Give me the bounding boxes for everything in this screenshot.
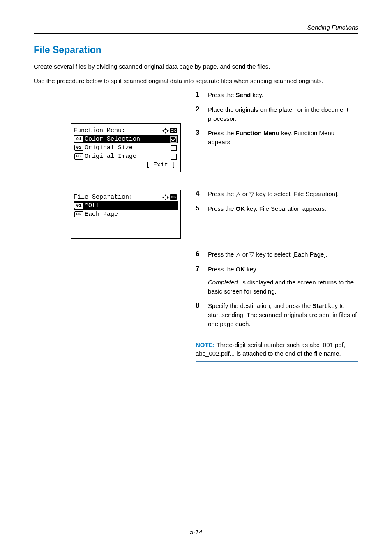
svg-marker-0: [164, 128, 167, 130]
row-label: Each Page: [85, 210, 118, 219]
ok-badge: OK: [170, 128, 177, 133]
footer-rule: [34, 525, 358, 525]
step-1: 1 Press the Send key.: [196, 90, 358, 99]
lcd-exit-row: [ Exit ]: [74, 161, 178, 169]
section-title: File Separation: [34, 44, 358, 56]
row-number-badge: 02: [74, 211, 83, 217]
step-text: Press the △ or ▽ key to select [Each Pag…: [208, 250, 327, 259]
step-7: 7 Press the OK key. Completed. is displa…: [196, 265, 358, 296]
lcd-row: 02 Each Page: [74, 210, 178, 219]
step-number: 5: [196, 204, 208, 213]
lcd-row-selected: 01 Color Selection: [74, 135, 178, 143]
page-footer: 5-14: [0, 525, 392, 535]
lcd-row: 02 Original Size: [74, 143, 178, 152]
exit-label: [ Exit ]: [146, 161, 175, 169]
row-label: Original Size: [85, 143, 133, 152]
lcd-function-menu: Function Menu: OK 01 Color Selection: [71, 123, 181, 172]
step-text: Press the Send key.: [208, 90, 263, 99]
lcd-row-selected: 01 *Off: [74, 201, 178, 210]
step-text: Press the Function Menu key. Function Me…: [208, 129, 358, 147]
svg-marker-3: [167, 130, 169, 132]
step-text: Press the OK key. File Separation appear…: [208, 204, 326, 213]
row-number-badge: 01: [74, 136, 83, 142]
step-number: 4: [196, 190, 208, 199]
step-8: 8 Specify the destination, and press the…: [196, 301, 358, 328]
lcd-title: File Separation:: [74, 193, 162, 201]
running-header: Sending Functions: [34, 24, 358, 31]
step-6: 6 Press the △ or ▽ key to select [Each P…: [196, 250, 358, 259]
note-block: NOTE: Three-digit serial number such as …: [196, 337, 358, 362]
lcd-title-row: Function Menu: OK: [74, 126, 178, 135]
note-rule-top: [196, 337, 358, 337]
lcd-row: 03 Original Image: [74, 152, 178, 161]
row-label: *Off: [85, 201, 99, 210]
intro-paragraph-2: Use the procedure below to split scanned…: [34, 76, 358, 86]
note-text: NOTE: Three-digit serial number such as …: [196, 339, 358, 360]
checkbox-checked-icon: [170, 136, 177, 143]
row-label: Original Image: [85, 152, 136, 161]
svg-marker-6: [164, 199, 167, 200]
svg-marker-7: [162, 196, 164, 199]
step-number: 2: [196, 105, 208, 123]
lcd-file-separation: File Separation: OK 01 *Off 02 Each P: [71, 190, 181, 239]
step-number: 8: [196, 301, 208, 328]
lcd-row-blank: [74, 227, 178, 236]
checkbox-empty-icon: [171, 145, 177, 151]
step-3: 3 Press the Function Menu key. Function …: [196, 129, 358, 147]
lcd-title: Function Menu:: [74, 126, 162, 135]
nav-arrows-icon: [162, 128, 169, 134]
lcd-title-row: File Separation: OK: [74, 193, 178, 201]
lcd-nav-icons: OK: [162, 128, 177, 134]
step-subtext: Completed. is displayed and the screen r…: [208, 278, 358, 296]
note-label: NOTE:: [196, 341, 215, 348]
svg-marker-1: [164, 132, 167, 134]
step-text: Specify the destination, and press the S…: [208, 301, 358, 328]
nav-arrows-icon: [162, 194, 169, 200]
step-4: 4 Press the △ or ▽ key to select [File S…: [196, 190, 358, 199]
row-number-badge: 02: [74, 145, 83, 151]
step-number: 3: [196, 129, 208, 147]
step-number: 7: [196, 265, 208, 296]
step-number: 1: [196, 90, 208, 99]
row-number-badge: 01: [74, 203, 83, 209]
step-number: 6: [196, 250, 208, 259]
header-rule: [34, 33, 358, 34]
note-rule-bottom: [196, 361, 358, 362]
row-label: Color Selection: [85, 135, 140, 143]
ok-badge: OK: [170, 194, 177, 200]
svg-marker-8: [167, 196, 169, 199]
lcd-row-blank: [74, 219, 178, 227]
intro-paragraph-1: Create several files by dividing scanned…: [34, 62, 358, 72]
step-text: Press the OK key. Completed. is displaye…: [208, 265, 358, 296]
step-text: Place the originals on the platen or in …: [208, 105, 358, 123]
step-5: 5 Press the OK key. File Separation appe…: [196, 204, 358, 213]
row-number-badge: 03: [74, 153, 83, 160]
svg-marker-2: [162, 130, 164, 132]
step-2: 2 Place the originals on the platen or i…: [196, 105, 358, 123]
svg-marker-5: [164, 194, 167, 196]
lcd-nav-icons: OK: [162, 194, 177, 200]
checkbox-empty-icon: [171, 154, 177, 160]
step-text: Press the △ or ▽ key to select [File Sep…: [208, 190, 339, 199]
page-number: 5-14: [0, 528, 392, 535]
